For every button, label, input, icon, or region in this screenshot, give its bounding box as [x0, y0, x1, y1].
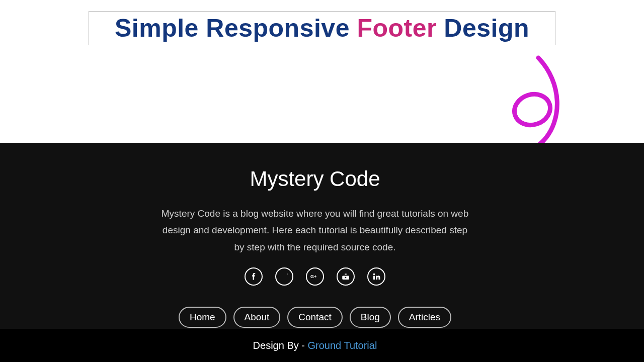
credit-prefix: Design By - [253, 340, 308, 351]
twitter-icon[interactable] [275, 267, 293, 286]
svg-text:G+: G+ [310, 274, 316, 279]
youtube-icon[interactable] [337, 267, 355, 286]
footer-description: Mystery Code is a blog website where you… [159, 205, 471, 255]
nav-articles[interactable]: Articles [398, 307, 451, 328]
credit-bar: Design By - Ground Tutorial [0, 329, 644, 362]
nav-blog[interactable]: Blog [350, 307, 391, 328]
google-plus-icon[interactable]: G+ [306, 267, 324, 286]
nav-contact[interactable]: Contact [287, 307, 342, 328]
svg-point-0 [510, 89, 554, 129]
page-title: Simple Responsive Footer Design [115, 14, 529, 43]
social-icons-row: G+ [245, 267, 385, 286]
footer-main: Mystery Code Mystery Code is a blog webs… [0, 143, 644, 328]
nav-home[interactable]: Home [179, 307, 226, 328]
title-highlight: Footer [357, 14, 437, 42]
title-pre: Simple Responsive [115, 14, 357, 42]
nav-about[interactable]: About [233, 307, 281, 328]
title-post: Design [437, 14, 529, 42]
footer-nav-row: Home About Contact Blog Articles [179, 307, 451, 328]
linkedin-icon[interactable] [367, 267, 385, 286]
credit-link[interactable]: Ground Tutorial [308, 340, 377, 351]
page-title-box: Simple Responsive Footer Design [89, 11, 555, 45]
footer-title: Mystery Code [250, 167, 380, 191]
footer-section: Mystery Code Mystery Code is a blog webs… [0, 143, 644, 329]
facebook-icon[interactable] [245, 267, 263, 286]
credit-text: Design By - Ground Tutorial [253, 340, 377, 351]
